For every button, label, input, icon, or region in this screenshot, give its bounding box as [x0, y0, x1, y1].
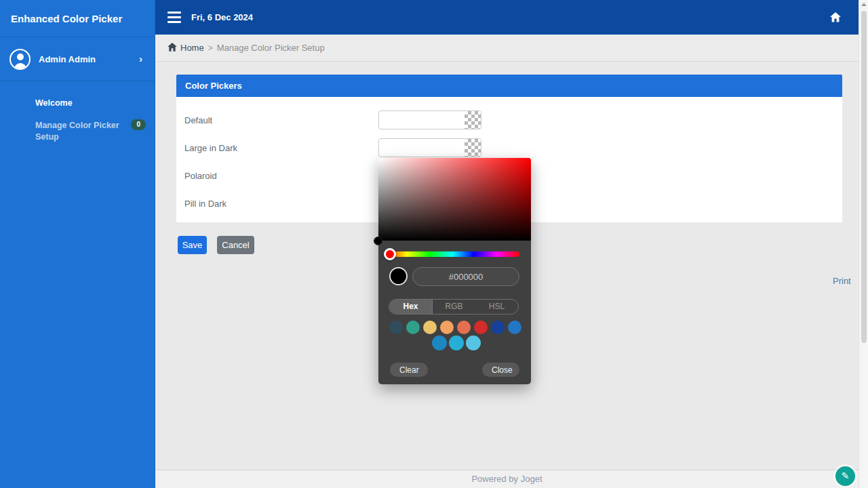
color-swatch[interactable] [457, 321, 471, 334]
edit-fab[interactable]: ✎ [835, 466, 855, 486]
transparency-checker-icon [465, 139, 481, 157]
field-label-default: Default [184, 115, 212, 125]
hue-slider-handle[interactable] [384, 248, 396, 260]
powered-by-text: Powered by Joget [471, 474, 542, 484]
color-swatch[interactable] [423, 321, 437, 334]
pencil-icon: ✎ [842, 471, 850, 481]
sidebar-item-label: Welcome [35, 98, 73, 108]
scroll-up-arrow-icon[interactable] [861, 3, 867, 6]
hue-slider[interactable] [385, 251, 519, 257]
color-swatch[interactable] [491, 321, 505, 334]
current-date: Fri, 6 Dec 2024 [191, 12, 253, 22]
scrollbar-thumb[interactable] [861, 11, 867, 343]
field-label-large-in-dark: Large in Dark [184, 143, 237, 153]
count-badge: 0 [131, 119, 146, 130]
swatch-row [432, 336, 481, 350]
cancel-button[interactable]: Cancel [217, 236, 254, 254]
color-swatch[interactable] [474, 321, 488, 334]
color-swatch[interactable] [406, 321, 420, 334]
field-label-polaroid: Polaroid [184, 171, 217, 181]
color-picker-popup: Hex RGB HSL Clear Close [378, 158, 531, 384]
close-button[interactable]: Close [482, 363, 519, 377]
sidebar-menu: Welcome Manage Color Picker Setup 0 [0, 81, 155, 149]
sidebar: Enhanced Color Picker Admin Admin › Welc… [0, 0, 155, 488]
top-bar: Fri, 6 Dec 2024 [155, 0, 859, 35]
saturation-handle[interactable] [374, 237, 382, 245]
color-swatch[interactable] [466, 336, 481, 350]
breadcrumb-current: Manage Color Picker Setup [217, 43, 325, 53]
save-button[interactable]: Save [178, 236, 207, 254]
transparency-checker-icon [465, 111, 481, 129]
avatar-head [17, 54, 24, 60]
clear-button[interactable]: Clear [390, 363, 428, 377]
color-swatch[interactable] [432, 336, 447, 350]
sidebar-item-label: Manage Color Picker Setup [35, 121, 119, 142]
tab-hsl[interactable]: HSL [475, 300, 518, 314]
footer: Powered by Joget [155, 470, 859, 488]
saturation-area[interactable] [378, 158, 531, 241]
sidebar-item-welcome[interactable]: Welcome [0, 92, 155, 114]
tab-hex[interactable]: Hex [389, 300, 433, 314]
color-swatch[interactable] [389, 321, 403, 334]
user-name: Admin Admin [39, 54, 139, 64]
breadcrumb-home-link[interactable]: Home [180, 43, 204, 53]
breadcrumb-separator: > [208, 43, 213, 53]
color-swatch[interactable] [449, 336, 464, 350]
current-color-preview [389, 267, 408, 285]
color-mode-tabs: Hex RGB HSL [389, 299, 519, 314]
app-title: Enhanced Color Picker [0, 0, 155, 37]
vertical-scrollbar[interactable] [859, 0, 868, 488]
swatch-row [389, 321, 521, 334]
user-avatar-icon [9, 49, 31, 70]
color-input-large-in-dark[interactable] [378, 138, 481, 157]
breadcrumb-home-icon [167, 43, 177, 53]
chevron-right-icon: › [139, 54, 145, 64]
home-icon[interactable] [830, 12, 841, 22]
color-input-default[interactable] [378, 110, 481, 129]
avatar-body [14, 63, 26, 70]
color-swatch[interactable] [508, 321, 521, 334]
field-label-pill-in-dark: Pill in Dark [184, 199, 226, 209]
print-link[interactable]: Print [833, 276, 851, 286]
sidebar-user-menu[interactable]: Admin Admin › [0, 37, 155, 81]
tab-rgb[interactable]: RGB [433, 300, 475, 314]
menu-icon[interactable] [167, 12, 181, 23]
panel-title: Color Pickers [176, 75, 842, 97]
hex-value-input[interactable] [412, 267, 519, 286]
color-swatch[interactable] [440, 321, 454, 334]
breadcrumb: Home > Manage Color Picker Setup [155, 35, 859, 62]
sidebar-item-manage-color-picker-setup[interactable]: Manage Color Picker Setup 0 [0, 114, 155, 149]
